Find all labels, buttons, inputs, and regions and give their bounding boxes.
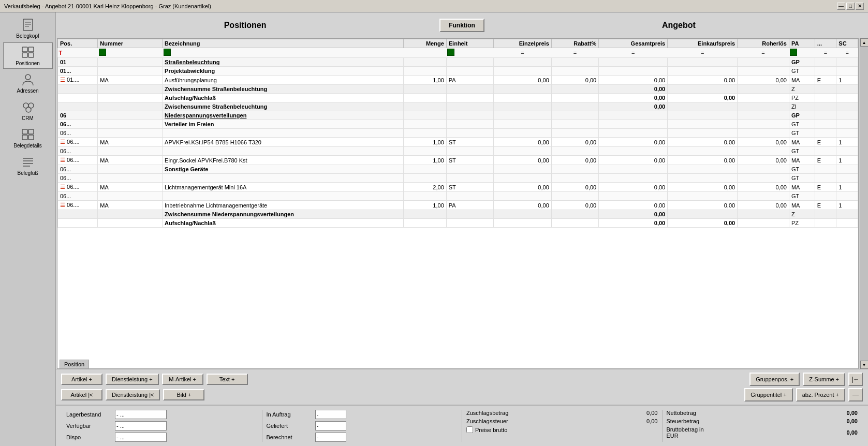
dienstleistung-plus-button[interactable]: Dienstleistung + xyxy=(106,374,159,385)
cell-pa: MA xyxy=(789,76,815,85)
cell-gesamt: 0,00 xyxy=(599,102,668,111)
cell-einzel xyxy=(494,58,552,67)
cell-roherlos xyxy=(738,129,789,138)
gruppentitel-plus-button[interactable]: Gruppentitel + xyxy=(744,388,792,402)
bruttobetrag-label: Bruttobetrag in EUR xyxy=(667,426,713,439)
zuschlagsbetrag-label: Zuschlagsbetrag xyxy=(466,410,513,416)
cell-menge xyxy=(403,219,446,228)
table-scroll[interactable]: Pos. Nummer Bezeichnung Menge Einheit Ei… xyxy=(57,39,858,359)
cell-roherlos xyxy=(738,94,789,102)
cell-pa: GT xyxy=(789,129,815,138)
berechnet-input[interactable] xyxy=(315,433,346,442)
position-tab[interactable]: Position xyxy=(60,360,89,368)
sidebar-item-crm[interactable]: CRM xyxy=(3,97,53,124)
preise-brutto-label[interactable]: Preise brutto xyxy=(466,426,507,433)
cell-einzel xyxy=(494,219,552,228)
cell-gesamt xyxy=(599,120,668,129)
nav-minus-button[interactable]: — xyxy=(848,388,863,402)
cell-pa: GT xyxy=(789,174,815,183)
cell-gesamt: 0,00 xyxy=(599,183,668,192)
lagerbestand-input[interactable] xyxy=(115,410,167,419)
filter-num-icon2 xyxy=(789,48,815,58)
close-button[interactable]: ✕ xyxy=(856,3,864,10)
zuschlagssteuer-row: Zuschlagssteuer 0,00 xyxy=(466,418,658,424)
sidebar-item-adressen[interactable]: Adressen xyxy=(3,70,53,96)
cell-pos: 06... xyxy=(58,120,98,129)
cell-einzel xyxy=(494,210,552,219)
cell-rabatt xyxy=(551,147,598,156)
sidebar-item-positionen[interactable]: Positionen xyxy=(3,42,53,69)
verfugbar-input[interactable] xyxy=(115,421,167,430)
preise-brutto-checkbox[interactable] xyxy=(466,426,473,433)
cell-pa: PZ xyxy=(789,94,815,102)
cell-pa: GT xyxy=(789,165,815,174)
cell-einzel xyxy=(494,192,552,201)
scroll-up-button[interactable]: ▲ xyxy=(860,38,869,47)
filter-eq1: = xyxy=(494,48,552,58)
document-icon xyxy=(20,18,36,32)
svg-rect-7 xyxy=(28,53,34,57)
cell-roherlos xyxy=(738,210,789,219)
cell-gesamt: 0,00 xyxy=(599,94,668,102)
cell-bez: Aufschlag/Nachlaß xyxy=(163,219,404,228)
cell-einh xyxy=(446,174,493,183)
berechnet-label: Berechnet xyxy=(267,434,313,440)
minimize-button[interactable]: — xyxy=(837,3,845,10)
cell-pos: 06... xyxy=(58,192,98,201)
cell-num xyxy=(98,94,163,102)
cell-rabatt xyxy=(551,219,598,228)
inauftrag-input[interactable] xyxy=(315,410,346,419)
cell-pos: 01... xyxy=(58,67,98,76)
cell-einh xyxy=(446,192,493,201)
svg-rect-12 xyxy=(22,129,27,134)
filter-eq5: = xyxy=(738,48,789,58)
scroll-track[interactable] xyxy=(860,47,869,361)
sidebar-item-belegkopf[interactable]: Belegkopf xyxy=(3,15,53,41)
dispo-input[interactable] xyxy=(115,433,167,442)
scroll-down-button[interactable]: ▼ xyxy=(860,361,869,369)
text-plus-button[interactable]: Text + xyxy=(207,374,248,385)
cell-bez xyxy=(163,174,404,183)
bild-plus-button[interactable]: Bild + xyxy=(163,389,204,400)
dienstleistung-pipe-button[interactable]: Dienstleistung |< xyxy=(106,389,160,400)
artikel-plus-button[interactable]: Artikel + xyxy=(61,374,102,385)
cell-einkauf xyxy=(668,129,738,138)
geliefert-input[interactable] xyxy=(315,421,346,430)
cell-menge xyxy=(403,67,446,76)
nav-first-button[interactable]: |← xyxy=(848,373,863,386)
cell-menge xyxy=(403,111,446,120)
cell-gesamt: 0,00 xyxy=(599,201,668,210)
cell-roherlos xyxy=(738,67,789,76)
filter-eq3: = xyxy=(599,48,668,58)
vertical-scrollbar[interactable]: ▲ ▼ xyxy=(860,38,868,369)
cell-roherlos xyxy=(738,147,789,156)
m-artikel-plus-button[interactable]: M-Artikel + xyxy=(162,374,203,385)
cell-gesamt xyxy=(599,58,668,67)
cell-num xyxy=(98,102,163,111)
button-bar: Artikel + Dienstleistung + M-Artikel + T… xyxy=(56,369,868,405)
nettobetrag-value: 0,00 xyxy=(847,410,858,416)
gruppenpos-plus-button[interactable]: Gruppenpos. + xyxy=(749,373,800,386)
cell-num xyxy=(98,219,163,228)
inauftrag-row: In Auftrag xyxy=(267,410,458,419)
preise-brutto-row: Preise brutto xyxy=(466,426,658,433)
z-summe-plus-button[interactable]: Z-Summe + xyxy=(803,373,845,386)
cell-einzel: 0,00 xyxy=(494,76,552,85)
cell-rabatt xyxy=(551,67,598,76)
cell-einzel: 0,00 xyxy=(494,201,552,210)
sidebar-item-belegfuss[interactable]: Belegfuß xyxy=(3,152,53,179)
cell-dots xyxy=(815,147,836,156)
cell-pa: GT xyxy=(789,192,815,201)
cell-roherlos xyxy=(738,102,789,111)
cell-pa: ZI xyxy=(789,102,815,111)
cell-roherlos xyxy=(738,58,789,67)
table-row: Zwischensumme Straßenbeleuchtung 0,00 ZI xyxy=(58,102,858,111)
abz-prozent-plus-button[interactable]: abz. Prozent + xyxy=(796,388,845,402)
maximize-button[interactable]: □ xyxy=(846,3,855,10)
table-row: Zwischensumme Straßenbeleuchtung 0,00 Z xyxy=(58,85,858,94)
artikel-pipe-button[interactable]: Artikel |< xyxy=(61,389,102,400)
funktion-button[interactable]: Funktion xyxy=(439,19,484,32)
cell-sc xyxy=(836,111,858,120)
sidebar-item-belegdetails[interactable]: Belegdetails xyxy=(3,125,53,151)
cell-dots xyxy=(815,165,836,174)
